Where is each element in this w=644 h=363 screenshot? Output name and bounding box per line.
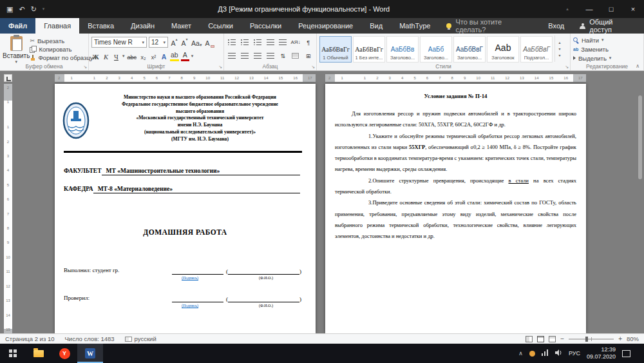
zoom-level[interactable]: 80% <box>627 335 639 342</box>
borders-button[interactable]: ⊞ <box>303 51 314 61</box>
select-button[interactable]: Выделить▾ <box>573 54 641 63</box>
style-title[interactable]: AabЗаголовок <box>487 36 519 63</box>
tab-file[interactable]: Файл <box>0 18 35 34</box>
tab-stop-selector[interactable] <box>4 74 12 82</box>
maximize-button[interactable]: □ <box>600 0 622 18</box>
strikethrough-button[interactable]: abc <box>127 51 138 61</box>
action-center-icon[interactable] <box>622 350 630 357</box>
clipboard-dialog-launcher-icon[interactable]: ↘ <box>83 64 87 70</box>
collapse-ribbon-icon[interactable]: ∧ <box>636 63 639 69</box>
style-subtitle[interactable]: АаБбВвГПодзагол... <box>520 36 553 63</box>
increase-indent-button[interactable] <box>278 37 289 48</box>
customize-qat-icon[interactable]: ▾ <box>43 6 45 12</box>
replace-button[interactable]: abЗаменить <box>573 44 641 54</box>
line-spacing-button[interactable]: ⇅ <box>278 51 289 61</box>
zoom-slider[interactable] <box>569 338 614 340</box>
tab-references[interactable]: Ссылки <box>200 18 242 34</box>
bullets-button[interactable] <box>227 37 238 48</box>
font-size-select[interactable]: 12▾ <box>149 37 168 48</box>
web-layout-button[interactable] <box>549 336 556 342</box>
sort-button[interactable]: АЯ↓ <box>290 37 301 48</box>
style-heading2[interactable]: АаБбЗаголово... <box>420 36 452 63</box>
vertical-ruler[interactable]: 21123456789101112131415 <box>4 84 12 333</box>
gallery-down-icon[interactable]: ▾ <box>558 46 560 51</box>
gallery-more-icon[interactable]: ▾ <box>558 53 560 57</box>
italic-button[interactable]: К <box>102 51 110 61</box>
font-dialog-launcher-icon[interactable]: ↘ <box>218 64 222 70</box>
paragraph-dialog-launcher-icon[interactable]: ↘ <box>311 64 315 70</box>
start-button[interactable] <box>0 344 26 363</box>
document-page-right[interactable]: Условие задания № П-14 Для изготовления … <box>325 84 586 333</box>
horizontal-ruler-left[interactable]: 211234567891011121314151617 <box>55 74 316 82</box>
horizontal-ruler-right[interactable]: 211234567891011121314151617 <box>325 74 586 82</box>
hidden-icons-chevron-icon[interactable]: ∧ <box>518 350 523 357</box>
font-name-select[interactable]: Times New R▾ <box>91 37 147 48</box>
zoom-slider-thumb[interactable] <box>585 337 588 342</box>
decrease-indent-button[interactable] <box>265 37 276 48</box>
vertical-scrollbar[interactable] <box>637 74 643 331</box>
close-button[interactable]: × <box>622 0 644 18</box>
save-icon[interactable]: ▣ <box>6 5 13 14</box>
minimize-button[interactable]: — <box>578 0 600 18</box>
style-heading3[interactable]: АаБбВвГЗаголово... <box>453 36 486 63</box>
show-marks-button[interactable]: ¶ <box>303 37 314 48</box>
language-switcher[interactable]: РУС <box>569 350 580 357</box>
style-heading1[interactable]: АаБбВвЗаголово... <box>386 36 419 63</box>
justify-button[interactable] <box>265 51 276 61</box>
multilevel-list-button[interactable] <box>252 37 263 48</box>
text-effects-button[interactable]: А <box>160 51 168 61</box>
undo-icon[interactable]: ↶ <box>19 5 24 14</box>
language-indicator[interactable]: русский <box>120 335 162 342</box>
clock[interactable]: 12:39 09.07.2020 <box>587 346 616 360</box>
word-taskbar-button[interactable]: W <box>77 344 103 363</box>
chevron-down-icon[interactable]: ▾ <box>191 54 194 59</box>
tab-mathtype[interactable]: MathType <box>391 18 439 34</box>
numbering-button[interactable] <box>240 37 251 48</box>
highlight-color-button[interactable]: ab <box>170 51 179 61</box>
tray-app-icon[interactable] <box>529 351 535 357</box>
tell-me-box[interactable]: Что вы хотите сделать? <box>439 18 540 34</box>
tab-mailings[interactable]: Рассылки <box>242 18 290 34</box>
share-button[interactable]: Общий доступ <box>572 18 644 34</box>
subscript-button[interactable]: x₂ <box>139 51 147 61</box>
paste-button[interactable]: Вставить ▾ <box>3 35 30 62</box>
shading-button[interactable] <box>290 51 301 61</box>
align-left-button[interactable] <box>227 51 238 61</box>
scrollbar-thumb[interactable] <box>638 95 642 179</box>
volume-icon[interactable] <box>555 349 562 357</box>
grow-font-button[interactable]: А▴ <box>170 37 178 48</box>
align-right-button[interactable] <box>252 51 263 61</box>
tab-insert[interactable]: Вставка <box>79 18 122 34</box>
print-layout-button[interactable] <box>537 336 544 342</box>
yandex-browser-button[interactable]: Y <box>52 344 77 363</box>
copy-button[interactable]: Копировать <box>30 45 93 53</box>
style-no-spacing[interactable]: АаБбВвГг1 Без инте... <box>353 36 385 63</box>
gallery-up-icon[interactable]: ▴ <box>558 40 560 44</box>
read-mode-button[interactable] <box>526 336 533 342</box>
word-count[interactable]: Число слов: 1483 <box>60 335 120 342</box>
file-explorer-button[interactable] <box>26 344 52 363</box>
superscript-button[interactable]: x² <box>149 51 158 61</box>
redo-icon[interactable]: ↻ <box>31 5 37 14</box>
clear-formatting-button[interactable]: А <box>204 37 214 48</box>
font-color-button[interactable]: А <box>181 51 189 61</box>
underline-button[interactable]: Ч <box>112 51 120 61</box>
style-normal[interactable]: АаБбВвГг1 Обычный <box>319 36 352 63</box>
tab-layout[interactable]: Макет <box>163 18 200 34</box>
zoom-out-button[interactable]: − <box>560 335 564 342</box>
chevron-down-icon[interactable]: ▾ <box>122 54 125 59</box>
tab-review[interactable]: Рецензирование <box>290 18 361 34</box>
cut-button[interactable]: ✂Вырезать <box>30 37 93 44</box>
find-button[interactable]: Найти▾ <box>573 35 641 44</box>
tab-design[interactable]: Дизайн <box>122 18 163 34</box>
sign-in-button[interactable]: Вход <box>540 18 572 34</box>
tab-home[interactable]: Главная <box>35 18 79 34</box>
page-indicator[interactable]: Страница 2 из 10 <box>0 335 60 342</box>
tab-view[interactable]: Вид <box>361 18 391 34</box>
format-painter-button[interactable]: Формат по образцу <box>30 54 93 62</box>
change-case-button[interactable]: Аа▾ <box>191 37 202 48</box>
styles-dialog-launcher-icon[interactable]: ↘ <box>565 64 569 70</box>
ribbon-display-options-button[interactable]: ▴ <box>556 0 578 18</box>
document-page-left[interactable]: Министерство науки и высшего образования… <box>55 84 316 333</box>
bold-button[interactable]: Ж <box>91 51 100 61</box>
